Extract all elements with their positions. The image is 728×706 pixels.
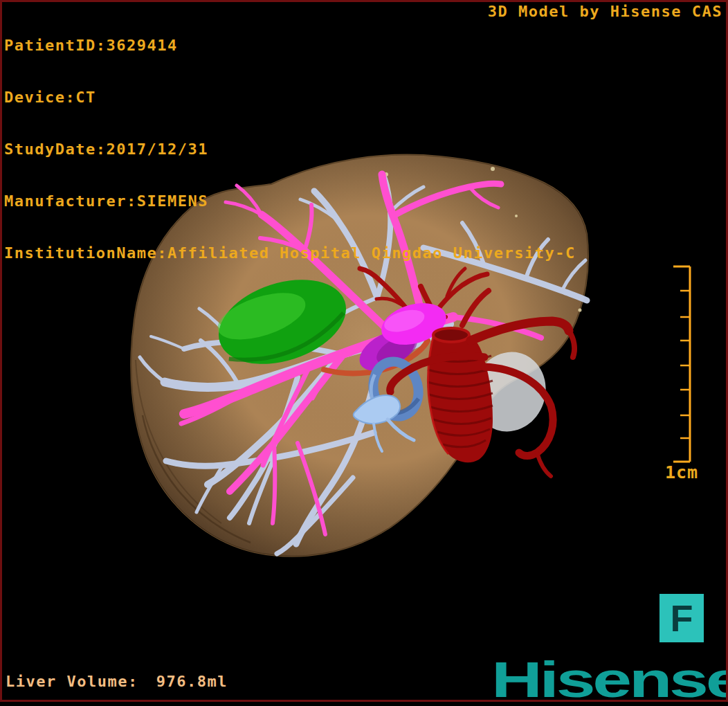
aorta-opening xyxy=(433,328,469,342)
manufacturer-line: Manufacturer:SIEMENS xyxy=(4,192,576,210)
patient-id-line: PatientID:3629414 xyxy=(4,37,576,54)
scale-bar xyxy=(673,266,690,462)
institution-line: InstitutionName:Affiliated Hospital Qing… xyxy=(4,244,576,262)
device-line: Device:CT xyxy=(4,89,576,106)
brand-logo: Hisense xyxy=(491,651,728,700)
liver-volume-readout: Liver Volume: 976.8ml xyxy=(6,673,228,690)
patient-info-overlay: PatientID:3629414 Device:CT StudyDate:20… xyxy=(4,2,576,279)
liver-volume-label: Liver Volume: xyxy=(6,673,138,690)
medical-3d-viewer-window: { "window": { "background": "#000000", "… xyxy=(0,0,728,706)
orientation-marker-f: F xyxy=(659,594,704,642)
model-watermark: 3D Model by Hisense CAS xyxy=(488,3,722,20)
study-date-line: StudyDate:2017/12/31 xyxy=(4,141,576,158)
scale-bar-label: 1cm xyxy=(665,462,704,482)
liver-volume-value: 976.8ml xyxy=(156,673,228,690)
